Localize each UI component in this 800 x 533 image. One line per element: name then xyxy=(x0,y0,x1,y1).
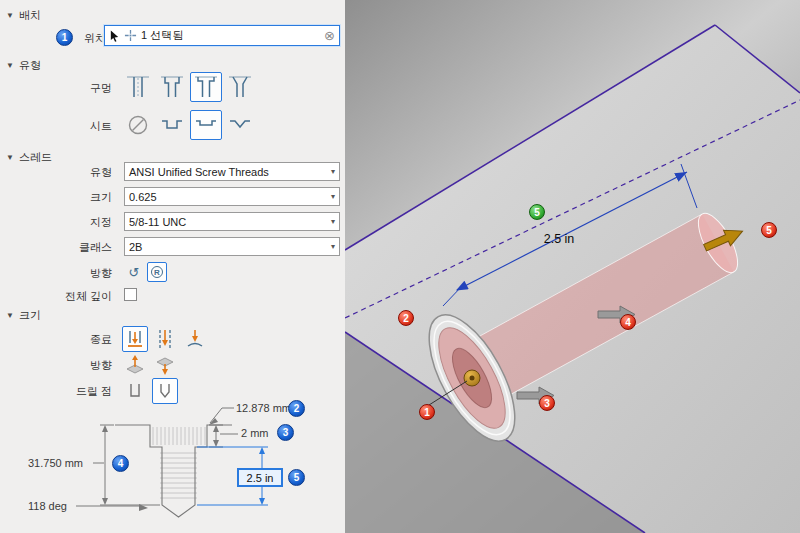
position-input[interactable]: 1 선택됨 ⊗ xyxy=(104,25,340,46)
termination-through-button[interactable] xyxy=(152,326,178,352)
seat-counterbore-button[interactable] xyxy=(156,110,188,140)
full-depth-label: 전체 깊이 xyxy=(0,289,112,304)
section-title-placement: 배치 xyxy=(19,8,41,23)
hole-type-countersink-button[interactable] xyxy=(224,72,256,102)
seat-none-button[interactable] xyxy=(122,110,154,140)
collapse-arrow-icon: ▼ xyxy=(6,61,14,70)
drill-point-label: 드릴 점 xyxy=(0,384,112,399)
callout-blue-5: 5 xyxy=(288,469,305,486)
section-header-size[interactable]: ▼ 크기 xyxy=(6,308,41,323)
termination-to-face-icon xyxy=(184,328,206,350)
termination-label: 종료 xyxy=(0,332,112,347)
size-direction-2-button[interactable] xyxy=(152,352,178,378)
viewport-3d-scene: 2.5 in xyxy=(345,0,800,533)
thread-class-select[interactable]: 2B ▾ xyxy=(124,237,340,256)
section-header-type[interactable]: ▼ 유형 xyxy=(6,58,41,73)
termination-distance-button[interactable] xyxy=(122,326,148,352)
spotface-seat-icon xyxy=(193,112,219,138)
size-direction-label: 방향 xyxy=(0,358,112,373)
seat-spotface-button[interactable] xyxy=(190,110,222,140)
chevron-down-icon: ▾ xyxy=(331,192,335,201)
thread-depth-input[interactable]: 2.5 in xyxy=(237,468,283,487)
termination-distance-icon xyxy=(124,328,146,350)
section-header-thread[interactable]: ▼ 스레드 xyxy=(6,150,52,165)
hole-center-dot xyxy=(470,376,475,381)
hole-feature-dialog: ▼ 배치 1 위치 1 선택됨 ⊗ ▼ 유형 구멍 xyxy=(0,0,800,533)
thread-size-select[interactable]: 0.625 ▾ xyxy=(124,187,340,206)
no-seat-icon xyxy=(125,112,151,138)
section-title-size: 크기 xyxy=(19,308,41,323)
thread-size-label: 크기 xyxy=(0,190,112,205)
right-hand-thread-icon: R xyxy=(151,266,163,278)
collapse-arrow-icon: ▼ xyxy=(6,153,14,162)
viewport-3d[interactable]: 2.5 in xyxy=(345,0,800,533)
dim-angle: 118 deg xyxy=(28,500,67,512)
seat-type-label: 시트 xyxy=(0,119,112,134)
thread-designation-label: 지정 xyxy=(0,215,112,230)
thread-size-value: 0.625 xyxy=(129,191,157,203)
thread-class-label: 클래스 xyxy=(0,240,112,255)
hole-type-drilled-button[interactable] xyxy=(122,72,154,102)
callout-blue-4: 4 xyxy=(112,455,129,472)
chevron-down-icon: ▾ xyxy=(331,217,335,226)
section-title-thread: 스레드 xyxy=(19,150,52,165)
termination-to-button[interactable] xyxy=(182,326,208,352)
direction-down-icon xyxy=(154,354,176,376)
dim-depth: 31.750 mm xyxy=(28,457,83,469)
hole-profile-outline xyxy=(115,425,232,517)
thread-direction-label: 방향 xyxy=(0,266,112,281)
dim-diameter: 12.878 mm xyxy=(236,402,291,414)
properties-panel: ▼ 배치 1 위치 1 선택됨 ⊗ ▼ 유형 구멍 xyxy=(0,0,345,533)
callout-red-3: 3 xyxy=(539,395,555,411)
size-direction-1-button[interactable] xyxy=(122,352,148,378)
thread-type-label: 유형 xyxy=(0,165,112,180)
thread-designation-select[interactable]: 5/8-11 UNC ▾ xyxy=(124,212,340,231)
callout-blue-3: 3 xyxy=(277,424,294,441)
callout-blue-2: 2 xyxy=(288,400,305,417)
counterbore-hole-icon xyxy=(158,74,186,100)
thread-designation-value: 5/8-11 UNC xyxy=(129,216,186,228)
position-label: 위치 xyxy=(84,31,106,46)
full-depth-checkbox[interactable] xyxy=(124,288,137,301)
seat-countersink-button[interactable] xyxy=(224,110,256,140)
drilled-hole-icon xyxy=(124,74,152,100)
collapse-arrow-icon: ▼ xyxy=(6,11,14,20)
callout-red-5: 5 xyxy=(761,222,777,238)
section-header-placement[interactable]: ▼ 배치 xyxy=(6,8,41,23)
thread-type-value: ANSI Unified Screw Threads xyxy=(129,166,269,178)
direction-up-icon xyxy=(124,354,146,376)
hole-type-counterbore-button[interactable] xyxy=(156,72,188,102)
dim-text[interactable]: 2.5 in xyxy=(544,232,575,246)
position-value: 1 선택됨 xyxy=(141,28,183,43)
chevron-down-icon: ▾ xyxy=(331,242,335,251)
callout-green-5: 5 xyxy=(529,204,545,220)
hole-type-spotface-button[interactable] xyxy=(190,72,222,102)
hole-type-label: 구멍 xyxy=(0,81,112,96)
countersink-seat-icon xyxy=(227,112,253,138)
thread-class-value: 2B xyxy=(129,241,142,253)
callout-blue-1: 1 xyxy=(56,29,73,46)
thread-type-select[interactable]: ANSI Unified Screw Threads ▾ xyxy=(124,162,340,181)
callout-red-2: 2 xyxy=(398,310,414,326)
hatch-lines xyxy=(153,427,205,498)
left-hand-thread-icon: ↺ xyxy=(129,266,140,279)
thread-depth-value: 2.5 in xyxy=(247,472,274,484)
counterbore-seat-icon xyxy=(159,112,185,138)
point-crosshair-icon xyxy=(124,29,137,42)
thread-left-hand-button[interactable]: ↺ xyxy=(124,262,144,282)
spotface-hole-icon xyxy=(192,74,220,100)
collapse-arrow-icon: ▼ xyxy=(6,311,14,320)
termination-through-all-icon xyxy=(154,328,176,350)
section-title-type: 유형 xyxy=(19,58,41,73)
chevron-down-icon: ▾ xyxy=(331,167,335,176)
callout-red-1: 1 xyxy=(419,404,435,420)
countersink-hole-icon xyxy=(226,74,254,100)
cursor-arrow-icon xyxy=(109,29,120,43)
dim-seat-depth: 2 mm xyxy=(241,427,269,439)
clear-selection-icon[interactable]: ⊗ xyxy=(324,29,335,42)
thread-right-hand-button[interactable]: R xyxy=(147,262,167,282)
callout-red-4: 4 xyxy=(620,314,636,330)
